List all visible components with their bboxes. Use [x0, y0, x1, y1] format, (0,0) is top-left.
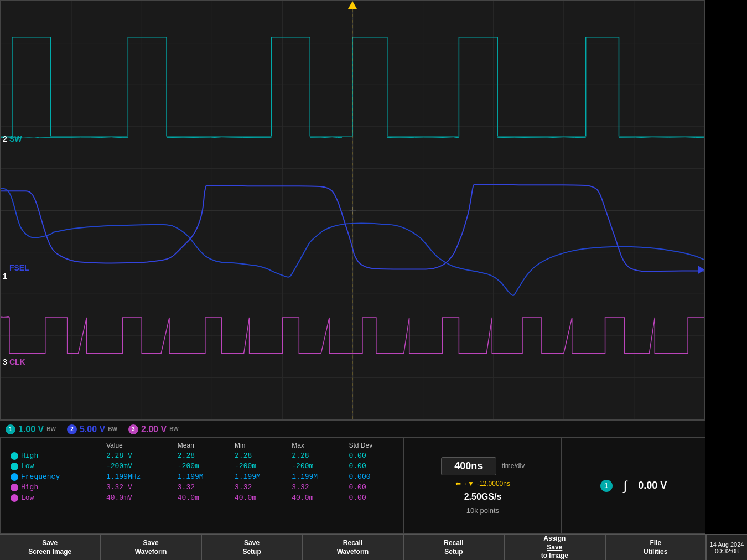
- meas-row-label: High: [6, 482, 102, 492]
- meas-row-label: Frequency: [6, 471, 102, 482]
- svg-text:FSEL: FSEL: [9, 263, 29, 272]
- ch3-circle: 3: [128, 424, 138, 434]
- measurement-row: Frequency1.199MHz1.199M1.199M1.199M0.000: [6, 471, 398, 482]
- right-value: 0.00 V: [638, 480, 667, 491]
- meas-row-label: High: [6, 450, 102, 461]
- meas-row-label: Low: [6, 461, 102, 471]
- meas-min: 1.199M: [230, 471, 287, 482]
- col-header-mean: Mean: [173, 440, 230, 450]
- meas-value: 1.199MHz: [102, 471, 173, 482]
- sample-rate: 2.50GS/s: [464, 492, 502, 502]
- date-display: 14 Aug 2024: [710, 541, 744, 548]
- meas-max: 40.0m: [287, 492, 344, 503]
- recall-waveform-button[interactable]: Recall Waveform: [303, 535, 403, 560]
- meas-min: 3.32: [230, 482, 287, 492]
- trigger-offset-val: -12.0000ns: [477, 480, 510, 488]
- save-screen-button[interactable]: Save Screen Image: [0, 535, 101, 560]
- ch1-circle: 1: [6, 424, 15, 434]
- measurement-row: Low-200mV-200m-200m-200m0.00: [6, 461, 398, 471]
- button-bar: Save Screen Image Save Waveform Save Set…: [0, 534, 706, 560]
- meas-value: 2.28 V: [102, 450, 173, 461]
- save-waveform-button[interactable]: Save Waveform: [101, 535, 201, 560]
- assign-bowl-button[interactable]: Assign Save to Image: [505, 535, 605, 560]
- measurement-row: High3.32 V3.323.323.320.00: [6, 482, 398, 492]
- ch3-volt: 3 2.00 V BW: [128, 424, 179, 434]
- integral-symbol: ∫: [624, 478, 627, 494]
- timebase-row1: 400ns time/div: [441, 457, 525, 475]
- svg-text:3: 3: [3, 357, 7, 366]
- meas-max: -200m: [287, 461, 344, 471]
- measurement-row: Low40.0mV40.0m40.0m40.0m0.00: [6, 492, 398, 503]
- ch3-bw: BW: [169, 426, 179, 432]
- ch1-bw: BW: [46, 426, 56, 432]
- col-header-value: Value: [102, 440, 173, 450]
- ch2-bw: BW: [108, 426, 117, 432]
- meas-mean: 40.0m: [173, 492, 230, 503]
- svg-text:1: 1: [3, 272, 7, 281]
- right-meas-value: 0.00 V: [638, 480, 667, 491]
- meas-row-label: Low: [6, 492, 102, 503]
- ch1-voltage: 1.00 V: [18, 424, 44, 434]
- info-bar: 1 1.00 V BW 2 5.00 V BW 3 2.00 V BW: [0, 421, 706, 437]
- col-header-std: Std Dev: [345, 440, 398, 450]
- measurements-panel: Value Mean Min Max Std Dev High2.28 V2.2…: [0, 437, 404, 534]
- svg-text:CLK: CLK: [9, 357, 25, 366]
- sample-rate-row: 2.50GS/s: [464, 492, 502, 502]
- meas-mean: 2.28: [173, 450, 230, 461]
- meas-value: -200mV: [102, 461, 173, 471]
- svg-marker-25: [698, 265, 704, 274]
- scope-screen: SW 2 FSEL 1 CLK 3: [0, 0, 706, 421]
- meas-min: 40.0m: [230, 492, 287, 503]
- trigger-offset: ⬅→▼ -12.0000ns: [455, 480, 510, 488]
- meas-std: 0.000: [345, 471, 398, 482]
- timebase-panel: 400ns time/div ⬅→▼ -12.0000ns 2.50GS/s 1…: [404, 437, 562, 534]
- col-header-label: [6, 440, 102, 450]
- svg-text:SW: SW: [9, 134, 22, 143]
- meas-max: 3.32: [287, 482, 344, 492]
- meas-mean: 1.199M: [173, 471, 230, 482]
- meas-std: 0.00: [345, 450, 398, 461]
- points-label: 10k points: [466, 506, 499, 515]
- meas-std: 0.00: [345, 461, 398, 471]
- measurements-table: Value Mean Min Max Std Dev High2.28 V2.2…: [6, 440, 398, 503]
- timebase-label: time/div: [502, 462, 525, 470]
- recall-setup-button[interactable]: Recall Setup: [404, 535, 505, 560]
- meas-value: 40.0mV: [102, 492, 173, 503]
- meas-std: 0.00: [345, 482, 398, 492]
- datetime-display: 14 Aug 2024 00:32:08: [706, 534, 747, 560]
- time-display: 00:32:08: [715, 548, 739, 554]
- meas-mean: 3.32: [173, 482, 230, 492]
- meas-value: 3.32 V: [102, 482, 173, 492]
- right-ch-circle: 1: [600, 480, 613, 492]
- save-setup-button[interactable]: Save Setup: [202, 535, 303, 560]
- svg-rect-0: [1, 1, 704, 419]
- time-per-div: 400ns: [441, 457, 496, 475]
- ch2-volt: 2 5.00 V BW: [67, 424, 117, 434]
- col-header-max: Max: [287, 440, 344, 450]
- meas-max: 2.28: [287, 450, 344, 461]
- ch1-volt: 1 1.00 V BW: [6, 424, 56, 434]
- col-header-min: Min: [230, 440, 287, 450]
- right-meas-symbol: ∫: [624, 478, 627, 494]
- meas-std: 0.00: [345, 492, 398, 503]
- measurement-row: High2.28 V2.282.282.280.00: [6, 450, 398, 461]
- meas-min: -200m: [230, 461, 287, 471]
- svg-marker-28: [348, 1, 357, 9]
- ch2-voltage: 5.00 V: [80, 424, 105, 434]
- file-utilities-button[interactable]: File Utilities: [606, 535, 706, 560]
- ch3-voltage: 2.00 V: [141, 424, 167, 434]
- meas-mean: -200m: [173, 461, 230, 471]
- meas-min: 2.28: [230, 450, 287, 461]
- right-meas-panel: 1 ∫ 0.00 V: [562, 437, 706, 534]
- meas-max: 1.199M: [287, 471, 344, 482]
- right-meas-ch: 1: [600, 480, 613, 492]
- svg-text:2: 2: [3, 134, 7, 143]
- ch2-circle: 2: [67, 424, 77, 434]
